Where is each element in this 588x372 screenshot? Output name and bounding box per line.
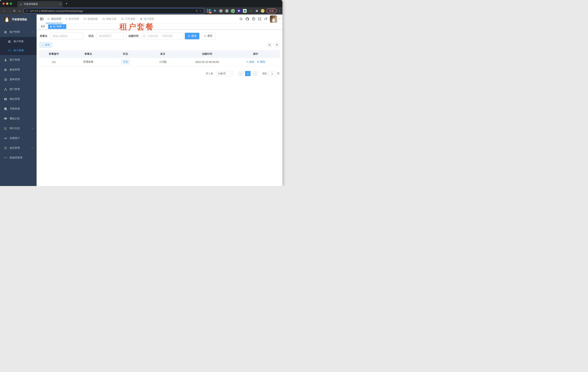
- page-size-select[interactable]: 10条/页: [216, 71, 233, 76]
- briefcase-icon: [121, 18, 124, 20]
- users-icon: [4, 31, 7, 34]
- reset-button[interactable]: ↻ 重置: [201, 33, 215, 39]
- delete-link[interactable]: 删除: [257, 60, 265, 64]
- extension-star-icon[interactable]: ☆: [249, 9, 253, 13]
- sidebar-submenu-tenant: 租户列表 租户套餐: [0, 37, 37, 55]
- topnav-system[interactable]: ⚙ 系统管理: [45, 14, 63, 23]
- topnav-devtools[interactable]: 研发工具: [100, 14, 119, 23]
- goto-page-input[interactable]: [269, 71, 275, 76]
- github-icon[interactable]: [245, 17, 249, 21]
- close-window-button[interactable]: [2, 2, 5, 5]
- sidebar-item-audit-log[interactable]: 审计日志: [0, 124, 37, 133]
- tag-tenant-package[interactable]: 租户套餐 ×: [48, 24, 66, 29]
- chevron-down-icon: [31, 127, 33, 129]
- avatar-caret-icon[interactable]: ▾: [279, 18, 280, 20]
- refresh-icon: ↻: [204, 34, 206, 38]
- share-icon[interactable]: ↥: [196, 9, 198, 12]
- browser-tab[interactable]: 芋道管理系统 ×: [17, 1, 63, 7]
- sidebar-item-role-management[interactable]: 角色管理: [0, 65, 37, 74]
- table-header-row: 套餐编号 套餐名 状态 备注 创建时间 操作: [39, 50, 280, 58]
- monitor-icon: [84, 18, 86, 20]
- site-info-icon[interactable]: i: [26, 10, 28, 12]
- next-page-button[interactable]: ›: [252, 71, 258, 76]
- cell-actions: ✎修改 删除: [232, 60, 280, 64]
- status-select[interactable]: 请选择状态: [96, 33, 126, 39]
- edit-link[interactable]: ✎修改: [246, 60, 254, 64]
- sidebar-item-dept-management[interactable]: 部门管理: [0, 85, 37, 94]
- fullscreen-icon[interactable]: [258, 17, 262, 21]
- topnav-payment[interactable]: ¥ 支付管理: [63, 14, 81, 23]
- cell-package-name: 普通套餐: [69, 60, 108, 64]
- url-text: 127.0.0.1:48080/admin-ui/system/tenant/p…: [30, 10, 194, 12]
- start-date-placeholder[interactable]: 开始日期: [147, 34, 158, 38]
- search-button[interactable]: 搜索: [185, 33, 199, 39]
- help-icon[interactable]: [252, 17, 255, 21]
- cell-status: 开启: [108, 59, 143, 64]
- extension-emoji-icon[interactable]: [261, 9, 265, 13]
- extension-chat-icon[interactable]: [243, 9, 247, 13]
- extension-grid-icon[interactable]: 10: [207, 9, 211, 13]
- search-icon[interactable]: [240, 17, 243, 21]
- zoom-window-button[interactable]: [10, 2, 12, 5]
- traffic-lights: [2, 2, 12, 5]
- main-area: ⚙ 系统管理 ¥ 支付管理 基础设施 研发工具 工作流程: [37, 14, 283, 186]
- refresh-table-button[interactable]: ↻: [274, 42, 280, 48]
- new-tab-button[interactable]: +: [64, 1, 69, 6]
- sidebar-item-error-code[interactable]: </> 错误码管理: [0, 153, 37, 163]
- user-avatar[interactable]: [270, 15, 277, 23]
- app-logo[interactable]: 芋道管理系统: [0, 14, 37, 25]
- chevron-down-icon: [230, 73, 231, 74]
- sidebar-item-menu-management[interactable]: 菜单管理: [0, 74, 37, 85]
- user-icon: [4, 58, 7, 62]
- active-dot: [50, 26, 52, 27]
- toggle-search-button[interactable]: [267, 42, 272, 48]
- sidebar-item-tenant-package[interactable]: 租户套餐: [0, 46, 37, 55]
- address-bar[interactable]: i 127.0.0.1:48080/admin-ui/system/tenant…: [23, 8, 204, 13]
- font-size-icon[interactable]: TT: [264, 17, 267, 21]
- sidebar-item-dict-management[interactable]: 字典管理: [0, 104, 37, 114]
- browser-menu-icon[interactable]: ⋮: [278, 9, 281, 12]
- briefcase-icon: [102, 18, 105, 20]
- calendar-icon: [143, 35, 146, 37]
- header-actions: TT ▾: [240, 14, 280, 23]
- end-date-placeholder[interactable]: 结束日期: [162, 34, 172, 38]
- cell-remark: 小功能: [143, 60, 182, 64]
- date-range-picker[interactable]: 开始日期 - 结束日期: [141, 33, 183, 39]
- extension-puzzle-icon[interactable]: [255, 9, 259, 13]
- back-icon[interactable]: ←: [2, 8, 7, 13]
- topnav-infra[interactable]: 基础设施: [81, 14, 100, 23]
- extension-shield-icon[interactable]: [237, 9, 241, 13]
- sidebar-item-tenant-management[interactable]: 租户管理: [0, 27, 37, 37]
- col-header-package-name: 套餐名: [69, 52, 108, 56]
- tab-close-icon[interactable]: ×: [59, 3, 61, 6]
- home-icon[interactable]: ⌂: [17, 8, 22, 13]
- app-header: ⚙ 系统管理 ¥ 支付管理 基础设施 研发工具 工作流程: [37, 14, 283, 23]
- tag-home[interactable]: 首页: [39, 24, 47, 29]
- forward-icon[interactable]: →: [7, 8, 12, 13]
- extension-y-icon[interactable]: Y: [231, 9, 235, 13]
- extension-gem-icon[interactable]: [213, 9, 217, 13]
- current-page-button[interactable]: 1: [245, 71, 251, 76]
- sidebar-item-online-users[interactable]: 在线用户: [0, 133, 37, 143]
- sidebar-item-sms-management[interactable]: 短信管理: [0, 143, 37, 153]
- add-button[interactable]: + 新增: [40, 43, 52, 47]
- extension-command-icon[interactable]: ⌘: [219, 9, 223, 13]
- shield-check-icon: [4, 147, 7, 149]
- extension-dot-icon[interactable]: [225, 9, 229, 13]
- sidebar-item-post-management[interactable]: 岗位管理: [0, 94, 37, 104]
- sidebar-collapse-icon[interactable]: [39, 14, 45, 23]
- tag-close-icon[interactable]: ×: [63, 25, 64, 28]
- extensions-bar: 10 ⌘ Y ☆: [207, 9, 265, 13]
- eyes-icon: [8, 49, 11, 52]
- reload-icon[interactable]: ↻: [12, 8, 17, 13]
- trash-icon: [257, 61, 259, 63]
- minimize-window-button[interactable]: [6, 2, 8, 5]
- dictionary-icon: [4, 107, 7, 110]
- bookmark-star-icon[interactable]: ☆: [200, 9, 202, 12]
- sidebar-item-tenant-list[interactable]: 租户列表: [0, 37, 37, 46]
- sidebar-item-user-management[interactable]: 用户管理: [0, 55, 37, 65]
- package-name-input[interactable]: [50, 33, 84, 39]
- browser-update-button[interactable]: 更新: [266, 9, 277, 13]
- prev-page-button[interactable]: ‹: [238, 71, 243, 76]
- sidebar-item-notice[interactable]: 通知公告: [0, 114, 37, 124]
